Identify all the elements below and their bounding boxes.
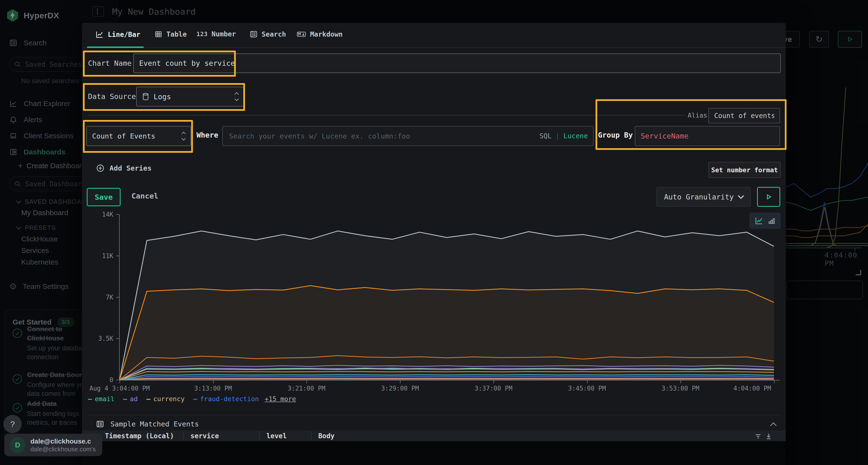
column-header-service[interactable]: service [190, 432, 219, 440]
granularity-select[interactable]: Auto Granularity [656, 187, 751, 207]
run-query-button[interactable] [757, 187, 780, 207]
legend-item-currency[interactable]: —currency [146, 395, 184, 403]
x-axis-tick-label: Aug 4 3:04:00 PM [89, 385, 150, 392]
y-axis-tick-label: 14K [87, 211, 113, 218]
where-search-input[interactable] [222, 126, 594, 146]
y-axis-tick-label: 3.5K [87, 335, 113, 342]
data-source-label: Data Source [88, 92, 136, 101]
database-icon [142, 93, 149, 100]
chart-name-input[interactable] [133, 54, 781, 73]
cancel-button[interactable]: Cancel [131, 192, 158, 200]
tab-number[interactable]: 123Number [196, 30, 236, 38]
alias-input[interactable] [708, 108, 780, 123]
x-axis-tick-label: 3:37:00 PM [475, 385, 513, 392]
where-label: Where [196, 131, 218, 139]
filter-icon[interactable] [754, 432, 762, 440]
circle-plus-icon [96, 164, 105, 172]
tab-line-bar[interactable]: Line/Bar [95, 30, 140, 39]
x-axis-tick-label: 3:21:00 PM [288, 385, 326, 392]
journal-icon [250, 30, 258, 38]
save-button[interactable]: Save [87, 188, 121, 206]
user-detail: dale@clickhouse.com's [30, 445, 96, 453]
select-updown-icon [235, 93, 238, 100]
events-table-body [82, 441, 786, 465]
y-axis-tick-label: 7K [87, 294, 113, 301]
column-header-body[interactable]: Body [318, 432, 334, 440]
event-count-chart [120, 214, 774, 380]
set-number-format-button[interactable]: Set number format [708, 162, 781, 178]
x-axis-tick-label: 3:29:00 PM [381, 385, 419, 392]
legend-swatch: — [123, 395, 127, 403]
tab-markdown[interactable]: Markdown [297, 30, 343, 38]
x-axis-tick-label: 3:13:00 PM [194, 385, 232, 392]
add-series-button[interactable]: Add Series [96, 164, 152, 172]
active-tab-underline [87, 46, 144, 48]
markdown-icon [297, 30, 306, 38]
y-axis-tick-label: 11K [87, 252, 113, 260]
legend-swatch: — [193, 395, 197, 403]
chevron-up-icon[interactable] [770, 422, 777, 429]
column-resize-handle[interactable] [311, 432, 312, 440]
lucene-toggle[interactable]: Lucene [563, 132, 588, 140]
chart-name-label: Chart Name [88, 59, 132, 67]
tab-table[interactable]: Table [154, 30, 187, 38]
legend-swatch: — [146, 395, 150, 403]
series-divider [88, 115, 686, 115]
column-header-level[interactable]: level [267, 432, 287, 440]
x-axis-tick-label: 4:04:00 PM [734, 385, 771, 392]
line-chart-icon [95, 30, 104, 39]
alias-label: Alias [688, 111, 707, 119]
number-icon: 123 [196, 31, 208, 38]
column-resize-handle[interactable] [183, 432, 184, 440]
select-updown-icon [182, 132, 185, 140]
legend-more-link[interactable]: +15 more [265, 395, 296, 403]
play-icon [765, 193, 773, 201]
journal-icon [96, 420, 104, 428]
hyperdx-app: HyperDX SearchChart ExplorerAlertsClient… [0, 0, 868, 465]
legend-item-email[interactable]: —email [88, 395, 115, 403]
y-axis-tick-label: 0 [87, 376, 113, 384]
data-source-select[interactable]: Logs [136, 87, 244, 106]
legend-item-fraud-detection[interactable]: —fraud-detection [193, 395, 259, 403]
chart-editor-modal: Line/BarTable123NumberSearchMarkdown Cha… [82, 23, 786, 465]
events-table-header [82, 430, 786, 441]
legend-item-ad[interactable]: —ad [123, 395, 138, 403]
tab-search[interactable]: Search [250, 30, 286, 38]
legend-swatch: — [88, 395, 92, 403]
column-header-timestamp-local-[interactable]: Timestamp (Local) [105, 432, 174, 440]
download-icon[interactable] [765, 432, 773, 440]
table-icon [154, 30, 162, 38]
sample-matched-events-header[interactable]: Sample Matched Events [96, 420, 199, 428]
avatar: D [10, 437, 26, 453]
sql-toggle[interactable]: SQL [539, 132, 552, 140]
group-by-label: Group By [598, 131, 633, 139]
x-axis-tick-label: 3:45:00 PM [568, 385, 606, 392]
aggregation-select[interactable]: Count of Events [86, 126, 191, 146]
chart-legend: —email—ad—currency—fraud-detection+15 mo… [88, 395, 296, 403]
column-resize-handle[interactable] [259, 432, 260, 440]
section-divider [88, 415, 780, 416]
x-axis-tick-label: 3:53:00 PM [661, 385, 700, 392]
help-button[interactable]: ? [3, 415, 22, 433]
tabbar-divider [82, 47, 786, 48]
user-chip[interactable]: D dale@clickhouse.c dale@clickhouse.com'… [4, 434, 102, 456]
chevron-down-icon [738, 193, 744, 199]
user-name: dale@clickhouse.c [30, 437, 96, 445]
where-search: SQL | Lucene [222, 126, 594, 146]
group-by-input[interactable] [635, 126, 780, 146]
